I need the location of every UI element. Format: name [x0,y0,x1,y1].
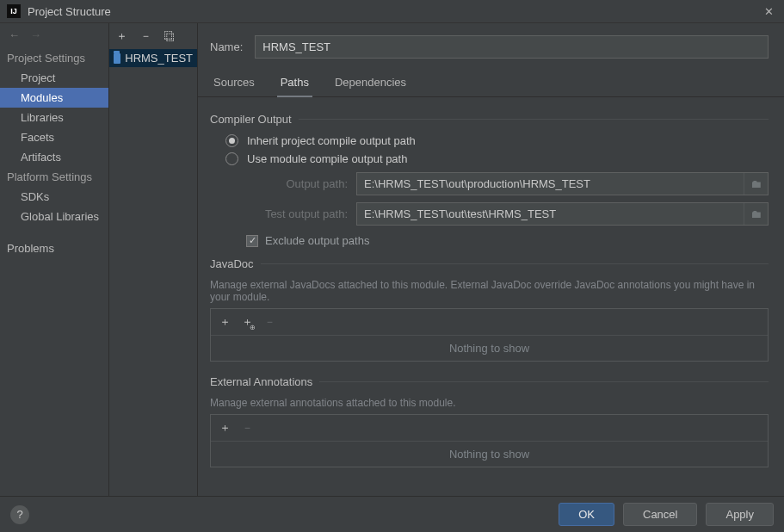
close-icon[interactable]: ✕ [760,5,777,18]
radio-inherit-output[interactable] [225,134,238,147]
external-annotations-list: ＋ － Nothing to show [210,414,769,467]
javadoc-add-icon[interactable]: ＋ [219,314,231,330]
output-path-browse-icon[interactable]: 🖿 [744,173,768,195]
section-external-annotations: External Annotations [210,375,312,388]
nav-back-icon[interactable]: ← [9,28,20,41]
tab-paths[interactable]: Paths [277,71,312,97]
javadoc-desc: Manage external JavaDocs attached to thi… [210,279,769,303]
section-javadoc: JavaDoc [210,257,254,270]
section-compiler-output: Compiler Output [210,113,292,126]
titlebar: IJ Project Structure ✕ [0,0,784,23]
module-folder-icon [114,53,120,64]
annotations-add-icon[interactable]: ＋ [219,420,231,436]
radio-module-output[interactable] [225,152,238,165]
module-item-hrms-test[interactable]: HRMS_TEST [109,49,197,67]
radio-inherit-output-label: Inherit project compile output path [247,134,416,147]
exclude-output-checkbox[interactable]: ✓ [246,235,258,247]
output-path-input[interactable] [357,173,744,195]
exclude-output-label: Exclude output paths [265,234,369,247]
module-list: ＋ － ⿻ HRMS_TEST [109,23,198,496]
external-annotations-desc: Manage external annotations attached to … [210,397,769,409]
tab-dependencies[interactable]: Dependencies [331,71,410,96]
sidebar-group-platform-settings: Platform Settings [0,167,108,187]
annotations-empty: Nothing to show [211,441,768,467]
module-remove-icon[interactable]: － [139,28,152,44]
module-name-input[interactable] [255,35,769,59]
test-output-path-browse-icon[interactable]: 🖿 [744,203,768,225]
test-output-path-input[interactable] [357,203,744,225]
sidebar-item-sdks[interactable]: SDKs [0,187,108,207]
sidebar-item-problems[interactable]: Problems [0,238,108,258]
apply-button[interactable]: Apply [706,503,774,526]
name-label: Name: [210,40,243,53]
sidebar-item-libraries[interactable]: Libraries [0,108,108,127]
sidebar: ← → Project Settings Project Modules Lib… [0,23,109,496]
sidebar-item-modules[interactable]: Modules [0,88,108,108]
test-output-path-label: Test output path: [246,207,348,220]
sidebar-item-project[interactable]: Project [0,68,108,88]
annotations-remove-icon[interactable]: － [242,420,254,436]
module-copy-icon[interactable]: ⿻ [163,30,176,43]
javadoc-add-url-icon[interactable]: ＋⊕ [242,314,254,330]
sidebar-item-artifacts[interactable]: Artifacts [0,147,108,167]
output-path-label: Output path: [246,177,348,190]
module-item-label: HRMS_TEST [125,52,193,65]
window-title: Project Structure [28,5,760,18]
javadoc-remove-icon[interactable]: － [264,314,276,330]
module-details-panel: Name: Sources Paths Dependencies Compile… [198,23,784,496]
ok-button[interactable]: OK [559,503,614,526]
radio-module-output-label: Use module compile output path [247,152,407,165]
dialog-footer: ? OK Cancel Apply [0,496,784,532]
sidebar-item-global-libraries[interactable]: Global Libraries [0,207,108,226]
tab-sources[interactable]: Sources [210,71,258,96]
sidebar-group-project-settings: Project Settings [0,48,108,68]
javadoc-empty: Nothing to show [211,335,768,361]
sidebar-item-facets[interactable]: Facets [0,127,108,147]
javadoc-list: ＋ ＋⊕ － Nothing to show [210,308,769,362]
module-add-icon[interactable]: ＋ [114,28,128,44]
module-tabs: Sources Paths Dependencies [198,71,784,97]
help-button[interactable]: ? [10,505,29,524]
app-icon: IJ [7,4,21,18]
nav-forward-icon[interactable]: → [30,28,41,41]
cancel-button[interactable]: Cancel [623,503,697,526]
